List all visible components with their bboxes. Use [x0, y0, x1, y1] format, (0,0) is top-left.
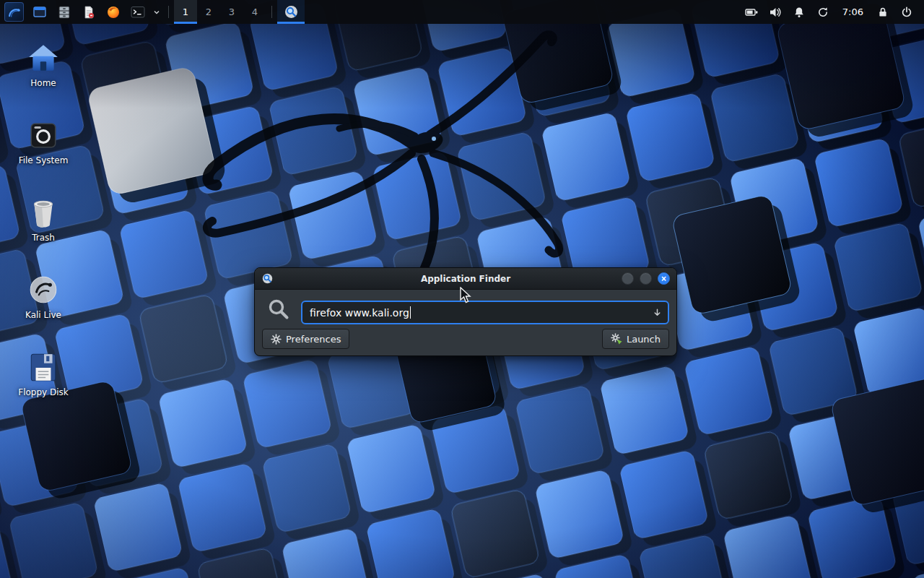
trash-icon: [27, 197, 60, 230]
workspace-button-3[interactable]: 3: [220, 0, 243, 24]
application-finder-icon: [284, 5, 298, 19]
updates-indicator[interactable]: [811, 0, 835, 24]
chevron-down-icon: [152, 8, 161, 17]
close-icon: ×: [661, 275, 666, 283]
desktop-icon-trash[interactable]: Trash: [9, 191, 78, 268]
launcher-firefox[interactable]: [101, 0, 126, 24]
desktop-icon-floppy-disk[interactable]: Floppy Disk: [9, 345, 78, 423]
launcher-file-manager[interactable]: [52, 0, 77, 24]
floppy-disk-icon: [27, 351, 60, 384]
search-input-text: firefox www.kali.org: [310, 307, 409, 319]
launch-icon: [611, 333, 622, 345]
lock-icon: [877, 7, 889, 18]
preferences-button[interactable]: Preferences: [262, 329, 349, 349]
panel-left: 1 2 3 4: [0, 0, 305, 24]
desktop-icon-label: File System: [19, 156, 69, 165]
desktop-icon-label: Trash: [32, 233, 55, 243]
launcher-terminal[interactable]: [126, 0, 150, 24]
launcher-desktop-settings[interactable]: [27, 0, 52, 24]
top-panel: 1 2 3 4: [0, 0, 924, 24]
workspace-label: 3: [229, 7, 235, 17]
battery-indicator[interactable]: [740, 0, 764, 24]
panel-separator: [168, 6, 169, 18]
window-icon: [32, 5, 47, 20]
desktop-icon-label: Kali Live: [25, 311, 61, 320]
file-system-icon: [27, 119, 60, 152]
workspace-label: 1: [183, 7, 188, 17]
workspace-label: 4: [252, 7, 258, 17]
window-app-icon: [262, 273, 273, 284]
workspace-button-2[interactable]: 2: [197, 0, 220, 24]
notifications-indicator[interactable]: [788, 0, 811, 24]
launch-label: Launch: [627, 334, 661, 345]
refresh-icon: [817, 7, 829, 18]
desktop-icon-label: Floppy Disk: [18, 388, 69, 397]
applications-menu-button[interactable]: [0, 0, 27, 24]
speaker-icon: [770, 7, 782, 18]
terminal-dropdown-arrow[interactable]: [150, 0, 163, 24]
workspace-button-1[interactable]: 1: [174, 0, 197, 24]
launch-button[interactable]: Launch: [602, 329, 669, 349]
panel-status-area: 7:06: [740, 0, 924, 24]
panel-separator: [271, 6, 272, 18]
bell-icon: [793, 7, 805, 18]
desktop: 1 2 3 4: [0, 0, 924, 578]
text-caret: [410, 306, 411, 319]
launcher-text-editor[interactable]: [77, 0, 101, 24]
search-icon: [267, 298, 290, 324]
window-title: Application Finder: [255, 274, 676, 284]
workspace-button-4[interactable]: 4: [243, 0, 266, 24]
search-input[interactable]: firefox www.kali.org: [301, 301, 669, 324]
application-finder-window: Application Finder × firefox www.kali.or…: [254, 267, 677, 356]
close-button[interactable]: ×: [658, 272, 670, 285]
gear-icon: [271, 334, 282, 345]
arrow-down-icon: [652, 307, 663, 318]
kali-live-icon: [27, 274, 60, 307]
preferences-label: Preferences: [286, 334, 341, 345]
desktop-icon-file-system[interactable]: File System: [9, 113, 78, 191]
terminal-icon: [131, 6, 145, 19]
desktop-icon-kali-live[interactable]: Kali Live: [9, 268, 78, 345]
file-cabinet-icon: [57, 5, 71, 20]
mouse-cursor: [460, 287, 474, 304]
document-icon: [82, 5, 96, 20]
battery-icon: [745, 7, 759, 18]
logout-button[interactable]: [894, 0, 918, 24]
history-dropdown-arrow[interactable]: [652, 307, 663, 318]
volume-indicator[interactable]: [764, 0, 788, 24]
home-icon: [27, 42, 60, 75]
kali-logo-icon: [4, 2, 24, 22]
window-controls: ×: [622, 272, 676, 285]
button-row: Preferences Launch: [262, 329, 669, 349]
clock[interactable]: 7:06: [835, 7, 871, 17]
desktop-icon-column: Home File System Trash: [9, 36, 78, 423]
power-icon: [901, 7, 912, 18]
workspace-label: 2: [206, 7, 212, 17]
taskbar-application-finder-button[interactable]: [277, 0, 305, 24]
desktop-icon-home[interactable]: Home: [9, 36, 78, 113]
lock-screen-button[interactable]: [871, 0, 894, 24]
minimize-button[interactable]: [622, 272, 634, 285]
desktop-icon-label: Home: [30, 79, 56, 88]
maximize-button[interactable]: [640, 272, 652, 285]
firefox-icon: [106, 5, 121, 20]
